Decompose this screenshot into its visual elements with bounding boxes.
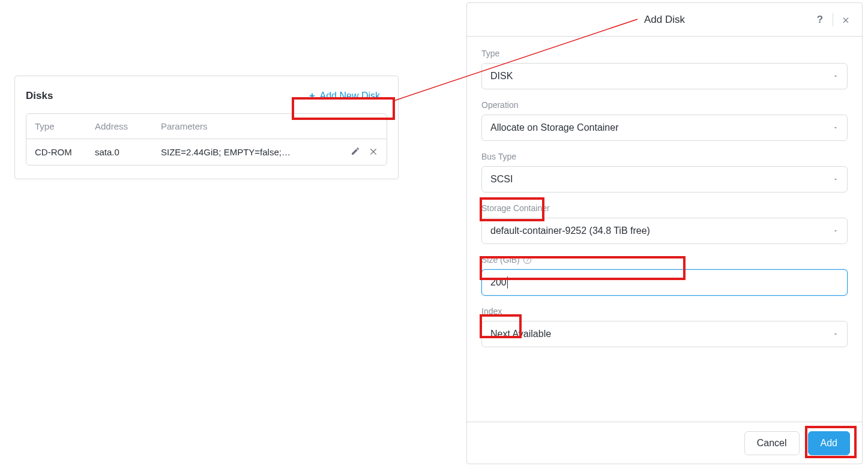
label-bus-type: Bus Type (481, 152, 848, 161)
cell-address: sata.0 (95, 147, 161, 157)
disks-panel: Disks + Add New Disk Type Address Parame… (14, 76, 399, 179)
add-button-label: Add (821, 438, 837, 449)
select-storage-container-value: default-container-9252 (34.8 TiB free) (490, 226, 650, 236)
chevron-down-icon (833, 226, 839, 236)
label-size-text: Size (GiB) (481, 255, 520, 264)
field-operation: Operation Allocate on Storage Container (481, 100, 848, 141)
select-operation[interactable]: Allocate on Storage Container (481, 115, 848, 141)
disks-table: Type Address Parameters CD-ROM sata.0 SI… (26, 113, 387, 166)
disks-title: Disks (26, 90, 53, 102)
cell-parameters: SIZE=2.44GiB; EMPTY=false;… (161, 147, 336, 157)
field-size: Size (GiB) ? 200 (481, 255, 848, 296)
help-icon[interactable]: ? (523, 256, 531, 264)
label-index: Index (481, 306, 848, 316)
plus-icon: + (309, 91, 315, 101)
close-icon[interactable] (836, 10, 856, 30)
cancel-button-label: Cancel (757, 438, 787, 449)
modal-body: Type DISK Operation Allocate on Storage … (467, 37, 862, 422)
disks-table-header: Type Address Parameters (26, 114, 387, 139)
disks-panel-header: Disks + Add New Disk (26, 87, 387, 105)
modal-header-actions: ? (810, 10, 856, 30)
input-size[interactable]: 200 (481, 269, 848, 296)
select-bus-type[interactable]: SCSI (481, 166, 848, 193)
help-icon[interactable]: ? (810, 10, 830, 30)
header-divider (833, 13, 833, 26)
select-type[interactable]: DISK (481, 63, 848, 89)
select-operation-value: Allocate on Storage Container (490, 122, 618, 133)
field-bus-type: Bus Type SCSI (481, 152, 848, 193)
label-storage-container: Storage Container (481, 203, 848, 213)
modal-footer: Cancel Add (467, 422, 862, 464)
select-index[interactable]: Next Available (481, 321, 848, 347)
chevron-down-icon (833, 174, 839, 185)
cancel-button[interactable]: Cancel (744, 431, 800, 455)
field-type: Type DISK (481, 49, 848, 89)
chevron-down-icon (833, 71, 839, 82)
delete-icon[interactable] (369, 146, 378, 158)
add-button[interactable]: Add (808, 431, 850, 455)
label-type: Type (481, 49, 848, 58)
chevron-down-icon (833, 329, 839, 339)
select-type-value: DISK (490, 71, 513, 82)
edit-icon[interactable] (351, 146, 360, 158)
row-actions (336, 146, 378, 158)
chevron-down-icon (833, 122, 839, 133)
select-storage-container[interactable]: default-container-9252 (34.8 TiB free) (481, 218, 848, 244)
modal-header: Add Disk ? (467, 3, 862, 37)
cell-type: CD-ROM (35, 147, 95, 157)
table-row: CD-ROM sata.0 SIZE=2.44GiB; EMPTY=false;… (26, 139, 387, 165)
label-size: Size (GiB) ? (481, 255, 848, 264)
modal-title: Add Disk (644, 14, 685, 26)
field-index: Index Next Available (481, 306, 848, 347)
field-storage-container: Storage Container default-container-9252… (481, 203, 848, 244)
label-operation: Operation (481, 100, 848, 110)
col-header-type: Type (35, 121, 95, 131)
col-header-address: Address (95, 121, 161, 131)
select-bus-type-value: SCSI (490, 174, 513, 185)
input-size-value: 200 (490, 277, 507, 288)
col-header-parameters: Parameters (161, 121, 378, 131)
add-new-disk-button[interactable]: + Add New Disk (302, 87, 387, 105)
add-new-disk-label: Add New Disk (320, 91, 380, 101)
text-caret (507, 276, 508, 288)
add-disk-modal: Add Disk ? Type DISK Operation Allocate … (466, 2, 863, 464)
select-index-value: Next Available (490, 329, 551, 339)
